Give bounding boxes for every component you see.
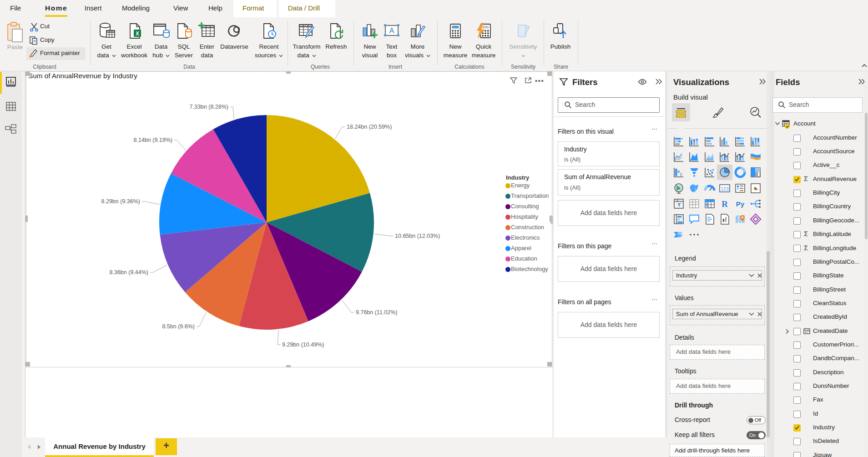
svg-text:18.24bn (20.59%): 18.24bn (20.59%) <box>347 124 392 130</box>
svg-text:8.14bn (9.19%): 8.14bn (9.19%) <box>134 137 172 143</box>
svg-text:A: A <box>389 27 394 35</box>
svg-text:8.29bn (9.36%): 8.29bn (9.36%) <box>101 198 140 205</box>
svg-text:8.36bn (9.44%): 8.36bn (9.44%) <box>110 269 148 276</box>
svg-text:X: X <box>136 30 139 37</box>
svg-text:9.76bn (11.02%): 9.76bn (11.02%) <box>356 309 398 316</box>
svg-text:7.33bn (8.28%): 7.33bn (8.28%) <box>190 104 228 110</box>
svg-text:10.65bn (12.03%): 10.65bn (12.03%) <box>395 233 440 239</box>
svg-text:123: 123 <box>721 186 729 191</box>
svg-text:9.29bn (10.49%): 9.29bn (10.49%) <box>282 341 324 348</box>
svg-text:R: R <box>722 199 728 209</box>
svg-text:Py: Py <box>736 200 745 208</box>
svg-text:8.5bn (9.6%): 8.5bn (9.6%) <box>162 323 195 330</box>
